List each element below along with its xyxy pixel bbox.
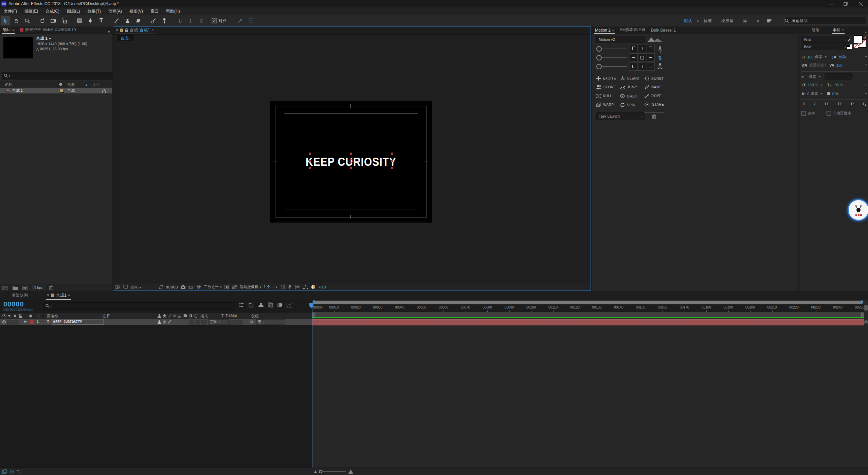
layer-name-field[interactable]: KEEP CURIOSITY xyxy=(52,319,104,324)
channels-icon[interactable] xyxy=(196,285,201,289)
tab-render-queue[interactable]: 渲染队列 xyxy=(9,292,31,300)
ruler-origin-icon[interactable] xyxy=(236,16,245,25)
updown-arrows-icon[interactable]: ⇅ xyxy=(658,55,662,61)
layer-row[interactable]: ▶ 1 T KEEP CURIOSITY 正常⌄ @ 无⌄ xyxy=(0,319,312,325)
label-color-chip[interactable] xyxy=(60,89,64,93)
rope-button[interactable]: ROPE xyxy=(645,94,662,98)
panel-overflow-icon[interactable]: » xyxy=(108,29,110,34)
rotation-tool[interactable] xyxy=(38,16,47,25)
clone-stamp-tool[interactable] xyxy=(123,16,132,25)
comp-mini-flowchart-icon[interactable] xyxy=(238,302,244,307)
manage-workspaces-icon[interactable] xyxy=(765,16,774,25)
tab-script-manager[interactable]: AE脚本管理器 xyxy=(617,26,648,34)
timeline-button-icon[interactable] xyxy=(295,285,301,289)
warp-button[interactable]: WARP xyxy=(596,103,614,107)
mask-toggle-icon[interactable] xyxy=(158,285,164,289)
workspace-menu-icon[interactable]: ≡ xyxy=(697,19,699,23)
tab-paragraph[interactable]: 段落 xyxy=(809,27,822,34)
expand-transfer-icon[interactable] xyxy=(17,469,21,474)
resolution-dropdown[interactable]: 二分之一▾ xyxy=(204,284,222,289)
bit-depth-button[interactable]: 8 bpc xyxy=(32,285,44,290)
panel-menu-icon[interactable]: ≡ xyxy=(13,28,15,32)
pen-tool[interactable] xyxy=(86,16,95,25)
blend-mode-dropdown[interactable]: 正常⌄ xyxy=(209,319,229,325)
snap-checkbox[interactable]: ✓ xyxy=(212,18,217,23)
tsume-value[interactable]: 0 xyxy=(832,92,834,96)
navigator-start-handle[interactable] xyxy=(313,300,315,303)
shape-tool[interactable] xyxy=(75,16,84,25)
close-button[interactable] xyxy=(853,0,868,7)
work-area-start-handle[interactable] xyxy=(312,313,315,317)
motion-blur-icon[interactable] xyxy=(277,303,283,307)
no-color-chip[interactable] xyxy=(854,44,858,48)
layer-duration-bar[interactable] xyxy=(312,319,864,326)
anchor-mid-left[interactable] xyxy=(630,53,638,61)
selection-handle[interactable] xyxy=(350,153,352,155)
motion-slider[interactable] xyxy=(596,55,627,60)
index-column[interactable]: # xyxy=(37,314,39,318)
superscript-toggle[interactable]: T¹ xyxy=(850,102,854,106)
close-tab-icon[interactable]: × xyxy=(47,293,49,298)
workspace-small-screen[interactable]: 小屏幕 xyxy=(721,18,734,24)
minimize-button[interactable] xyxy=(823,0,838,7)
mode-column[interactable]: 模式 xyxy=(200,314,208,319)
composition-canvas[interactable]: KEEP CURIOSITY xyxy=(270,101,432,223)
navigator-end-handle[interactable] xyxy=(861,300,863,303)
font-family-dropdown[interactable]: Arial⌄ xyxy=(801,36,849,43)
tab-timeline-comp[interactable]: × 合成1 ≡ xyxy=(44,292,73,300)
selection-handle[interactable] xyxy=(350,167,352,169)
workspace-overflow[interactable]: » xyxy=(757,18,759,23)
spin-button[interactable]: SPIN xyxy=(620,103,635,107)
zoom-slider-knob[interactable] xyxy=(319,470,322,473)
graph-editor-icon[interactable] xyxy=(287,303,292,307)
zoom-out-frames-icon[interactable] xyxy=(314,470,317,473)
menu-item[interactable]: 帮助(H) xyxy=(162,7,184,15)
show-snapshot-icon[interactable] xyxy=(188,285,194,289)
work-area-end-handle[interactable] xyxy=(861,313,864,317)
layer-quality-switch[interactable] xyxy=(163,320,166,324)
project-item-row[interactable]: 合成 1 合成 xyxy=(0,88,112,93)
expand-render-time-icon[interactable] xyxy=(10,469,14,474)
timeline-zoom-slider[interactable] xyxy=(319,471,346,472)
all-caps-toggle[interactable]: TT xyxy=(824,102,829,106)
menu-item[interactable]: 动画(A) xyxy=(105,7,126,15)
null-button[interactable]: NULL xyxy=(596,94,612,98)
panel-overflow-icon[interactable]: » xyxy=(865,30,867,34)
draft-3d-icon[interactable] xyxy=(248,302,254,307)
stroke-width-value[interactable]: - xyxy=(806,74,808,78)
trash-icon[interactable] xyxy=(49,285,53,290)
name-button[interactable]: NAME xyxy=(645,85,662,89)
orbit-button[interactable]: ORBIT xyxy=(620,94,638,99)
motion-slider[interactable] xyxy=(596,46,627,52)
anchor-mid-right[interactable] xyxy=(647,53,655,61)
motion-trash-button[interactable] xyxy=(644,112,664,120)
layer-eye-icon[interactable] xyxy=(2,320,6,323)
interpret-footage-icon[interactable] xyxy=(2,286,8,290)
time-navigator[interactable] xyxy=(312,300,864,304)
selection-handle[interactable] xyxy=(391,160,393,162)
project-item-name[interactable]: 合成 1 xyxy=(12,88,23,93)
zoom-level-dropdown[interactable]: 25%▾ xyxy=(131,285,141,289)
source-name-column[interactable]: 源名称 xyxy=(47,314,58,319)
anchor-top-left[interactable] xyxy=(630,44,638,52)
deer-logo-badge[interactable] xyxy=(848,199,868,221)
hindi-digits-checkbox[interactable] xyxy=(827,111,831,116)
stroke-style-dropdown[interactable]: ⌄ xyxy=(825,73,852,80)
menu-item[interactable]: 合成(C) xyxy=(42,7,63,15)
tab-duik[interactable]: Duik Bassel.1 xyxy=(648,27,679,34)
eraser-tool[interactable] xyxy=(134,16,143,25)
clone-button[interactable]: CLONE xyxy=(596,85,616,89)
anchor-point-icon[interactable] xyxy=(348,158,354,164)
type-tool[interactable]: T xyxy=(97,16,106,25)
selection-handle[interactable] xyxy=(309,167,311,169)
timeline-search-field[interactable]: ▾ xyxy=(43,302,236,310)
fast-previews-icon[interactable] xyxy=(287,285,293,289)
anchor-bottom-right[interactable] xyxy=(647,63,655,71)
workspace-standard[interactable]: 标准 xyxy=(704,18,712,24)
blend-button[interactable]: BLEND xyxy=(620,76,639,81)
parent-column[interactable]: 父级 xyxy=(251,314,259,319)
restore-button[interactable] xyxy=(838,0,853,7)
comment-column[interactable]: 注释 xyxy=(103,314,110,319)
puppet-pin-tool[interactable] xyxy=(160,16,169,25)
parent-pickwhip-icon[interactable]: @ xyxy=(250,319,254,323)
